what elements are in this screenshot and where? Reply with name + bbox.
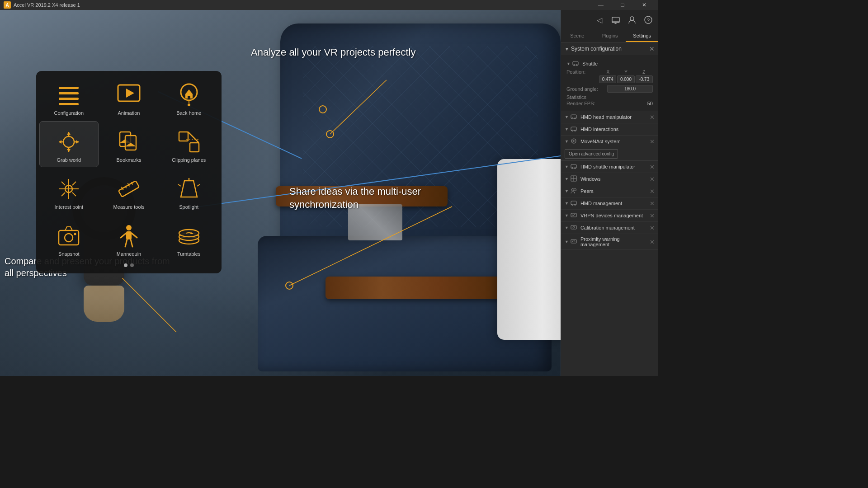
menu-item-mannequin[interactable]: Mannequin bbox=[100, 216, 158, 261]
hmd-management-close[interactable]: ✕ bbox=[650, 200, 655, 207]
calibration-item[interactable]: ▼ Calibration management ✕ bbox=[561, 222, 658, 234]
configuration-label: Configuration bbox=[54, 110, 84, 116]
windows-label: Windows bbox=[580, 176, 650, 182]
svg-line-52 bbox=[125, 239, 127, 247]
proximity-close[interactable]: ✕ bbox=[650, 239, 655, 245]
spotlight-icon bbox=[175, 175, 203, 202]
hmd-shuttle-item[interactable]: ▼ HMD shuttle manipulator ✕ bbox=[561, 161, 658, 173]
hmd-shuttle-close[interactable]: ✕ bbox=[650, 164, 655, 170]
hmd-management-icon bbox=[571, 200, 578, 207]
position-y-value[interactable]: 0.000 bbox=[617, 75, 634, 83]
hmd-interactions-item[interactable]: ▼ HMD interactions bbox=[561, 123, 658, 136]
svg-marker-21 bbox=[67, 149, 71, 152]
clipping-planes-icon bbox=[175, 128, 203, 155]
render-fps-row: Render FPS: 50 bbox=[566, 101, 653, 106]
svg-line-44 bbox=[197, 184, 200, 186]
titlebar-controls[interactable]: — □ ✕ bbox=[590, 0, 655, 10]
titlebar-title: Accel VR 2019.2 X4 release 1 bbox=[14, 2, 80, 8]
measure-tools-label: Measure tools bbox=[113, 204, 144, 210]
user-icon[interactable] bbox=[626, 14, 638, 26]
svg-point-86 bbox=[571, 189, 574, 191]
menu-item-configuration[interactable]: Configuration bbox=[40, 75, 98, 120]
tab-scene[interactable]: Scene bbox=[561, 30, 594, 42]
svg-rect-2 bbox=[59, 92, 79, 94]
menu-item-clipping-planes[interactable]: Clipping planes bbox=[160, 122, 218, 167]
snapshot-icon bbox=[55, 222, 82, 249]
position-x-value[interactable]: 0.474 bbox=[599, 75, 616, 83]
calibration-close[interactable]: ✕ bbox=[650, 225, 655, 231]
menu-item-back-home[interactable]: Back home bbox=[160, 75, 218, 120]
system-config-close[interactable]: ✕ bbox=[649, 45, 655, 52]
minimize-button[interactable]: — bbox=[590, 0, 611, 10]
svg-text:?: ? bbox=[647, 18, 650, 23]
menu-item-snapshot[interactable]: Snapshot bbox=[40, 216, 98, 261]
armrest-bottom bbox=[326, 277, 515, 299]
peers-item[interactable]: ▼ Peers ✕ bbox=[561, 185, 658, 197]
right-panel: ◁ ? Scene Plugins Settings ▼ System conf… bbox=[561, 10, 658, 376]
peers-close[interactable]: ✕ bbox=[650, 188, 655, 195]
bookmarks-label: Bookmarks bbox=[116, 157, 141, 163]
hmd-interactions-arrow: ▼ bbox=[565, 127, 569, 131]
vrpn-label: VRPN devices management bbox=[580, 213, 650, 218]
windows-item[interactable]: ▼ Windows ✕ bbox=[561, 173, 658, 185]
rss-icon[interactable]: ◁ bbox=[593, 14, 606, 26]
hmd-interactions-icon bbox=[571, 126, 578, 133]
svg-rect-45 bbox=[59, 230, 79, 245]
section-arrow: ▼ bbox=[565, 47, 569, 52]
hmd-head-item[interactable]: ▼ HMD head manipulator ✕ bbox=[561, 111, 658, 123]
system-config-header[interactable]: ▼ System configuration ✕ bbox=[561, 42, 658, 55]
svg-line-50 bbox=[121, 233, 126, 238]
back-home-label: Back home bbox=[176, 110, 201, 116]
svg-marker-41 bbox=[181, 181, 197, 197]
tab-plugins[interactable]: Plugins bbox=[594, 30, 626, 42]
hmd-management-item[interactable]: ▼ HMD management ✕ bbox=[561, 197, 658, 210]
maximize-button[interactable]: □ bbox=[612, 0, 633, 10]
moveNact-item[interactable]: ▼ MoveNAct system ✕ bbox=[561, 136, 658, 147]
svg-rect-3 bbox=[59, 92, 61, 94]
help-icon[interactable]: ? bbox=[642, 14, 655, 26]
shuttle-item[interactable]: ▼ Shuttle bbox=[566, 58, 653, 69]
moveNact-section: ▼ MoveNAct system ✕ Open advanced config bbox=[561, 136, 658, 161]
annotation-top-dot bbox=[319, 105, 327, 113]
hmd-shuttle-icon bbox=[571, 163, 578, 170]
ground-angle-label: Ground angle: bbox=[566, 86, 607, 92]
system-config-section: ▼ System configuration ✕ ▼ Shuttle Posit… bbox=[561, 42, 658, 111]
network-icon[interactable] bbox=[609, 14, 622, 26]
hmd-head-close[interactable]: ✕ bbox=[650, 114, 655, 121]
animation-label: Animation bbox=[118, 110, 140, 116]
svg-rect-1 bbox=[59, 87, 61, 89]
titlebar: A Accel VR 2019.2 X4 release 1 — □ ✕ bbox=[0, 0, 658, 10]
dot-1[interactable] bbox=[124, 263, 127, 267]
menu-item-turntables[interactable]: Turntables bbox=[160, 216, 218, 261]
advanced-config-button[interactable]: Open advanced config bbox=[565, 149, 618, 159]
position-z-value[interactable]: -0.73 bbox=[636, 75, 653, 83]
proximity-arrow: ▼ bbox=[565, 239, 569, 244]
ground-angle-value[interactable]: 180.0 bbox=[607, 85, 653, 93]
menu-item-bookmarks[interactable]: Bookmarks bbox=[100, 122, 158, 167]
dot-2[interactable] bbox=[130, 263, 134, 267]
interest-point-icon bbox=[55, 175, 82, 202]
menu-item-spotlight[interactable]: Spotlight bbox=[160, 169, 218, 214]
svg-rect-95 bbox=[571, 225, 576, 229]
clipping-planes-label: Clipping planes bbox=[172, 157, 206, 163]
menu-item-interest-point[interactable]: Interest point bbox=[40, 169, 98, 214]
vrpn-item[interactable]: ▼ VRPN devices management ✕ bbox=[561, 210, 658, 222]
peers-label: Peers bbox=[580, 188, 650, 194]
shuttle-label: Shuttle bbox=[582, 61, 649, 66]
close-button[interactable]: ✕ bbox=[634, 0, 655, 10]
windows-close[interactable]: ✕ bbox=[650, 176, 655, 183]
svg-line-43 bbox=[178, 184, 181, 186]
vrpn-close[interactable]: ✕ bbox=[650, 212, 655, 219]
proximity-item[interactable]: ▼ Proximity warning management ✕ bbox=[561, 234, 658, 250]
menu-item-animation[interactable]: Animation bbox=[100, 75, 158, 120]
panel-top-icons: ◁ ? bbox=[561, 10, 658, 30]
peers-icon bbox=[571, 188, 578, 195]
windows-icon bbox=[571, 175, 578, 183]
menu-item-grab-world[interactable]: Grab world bbox=[40, 122, 98, 167]
calibration-label: Calibration management bbox=[580, 225, 650, 230]
menu-item-measure-tools[interactable]: Measure tools bbox=[100, 169, 158, 214]
tab-settings[interactable]: Settings bbox=[626, 30, 658, 42]
moveNact-close[interactable]: ✕ bbox=[650, 138, 655, 145]
z-axis-label: Z bbox=[635, 70, 653, 75]
spotlight-label: Spotlight bbox=[179, 204, 198, 210]
